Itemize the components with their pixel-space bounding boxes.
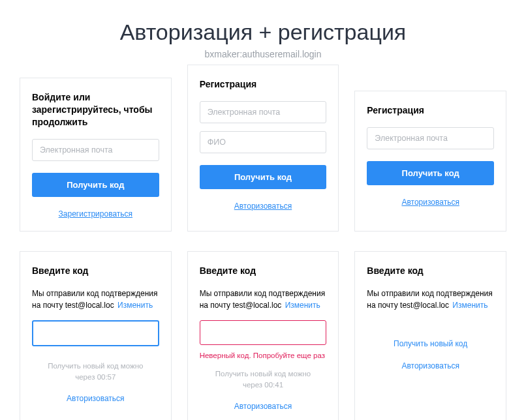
- register-card-title: Регистрация: [367, 104, 494, 117]
- register-link[interactable]: Зарегистрироваться: [59, 209, 132, 218]
- page-title: Авторизация + регистрация: [0, 20, 526, 45]
- code-card-title: Введите код: [32, 265, 159, 277]
- fio-field[interactable]: [200, 131, 327, 153]
- code-card-title: Введите код: [367, 265, 494, 277]
- get-code-button[interactable]: Получить код: [32, 173, 159, 197]
- code-description: Мы отправили код подтверждения на почту …: [367, 288, 494, 311]
- change-email-link[interactable]: Изменить: [285, 301, 320, 310]
- change-email-link[interactable]: Изменить: [117, 301, 153, 310]
- authorize-link[interactable]: Авторизоваться: [401, 361, 459, 370]
- timer-line1: Получить новый код можно: [48, 362, 143, 370]
- error-message: Неверный код. Попробуйте еще раз: [200, 352, 327, 359]
- register-simple-card: Регистрация Получить код Авторизоваться: [354, 91, 506, 232]
- email-field[interactable]: [200, 101, 327, 123]
- desc-email: test@local.loc: [65, 301, 114, 310]
- code-field[interactable]: [32, 320, 159, 346]
- timer-line1: Получить новый код можно: [215, 370, 311, 378]
- get-code-button[interactable]: Получить код: [367, 161, 494, 185]
- email-field[interactable]: [32, 139, 159, 161]
- page-subtitle: bxmaker:authuseremail.login: [0, 49, 526, 59]
- authorize-link[interactable]: Авторизоваться: [234, 202, 292, 211]
- resend-timer: Получить новый код можно через 00:57: [32, 361, 159, 383]
- timer-line2: через 00:57: [75, 373, 116, 381]
- desc-email: test@local.loc: [400, 301, 449, 310]
- get-code-button[interactable]: Получить код: [200, 165, 327, 189]
- desc-email: test@local.loc: [232, 301, 281, 310]
- code-card-title: Введите код: [200, 265, 327, 277]
- resend-code-link[interactable]: Получить новый код: [394, 339, 467, 348]
- authorize-link[interactable]: Авторизоваться: [234, 402, 292, 411]
- code-entry-error-card: Введите код Мы отправили код подтвержден…: [187, 251, 339, 420]
- timer-line2: через 00:41: [243, 381, 283, 389]
- register-card-title: Регистрация: [200, 78, 327, 91]
- login-card: Войдите или зарегистрируйтесь, чтобы про…: [20, 78, 172, 232]
- code-field[interactable]: [200, 320, 327, 345]
- code-description: Мы отправили код подтверждения на почту …: [32, 288, 159, 311]
- code-entry-resend-card: Введите код Мы отправили код подтвержден…: [354, 251, 506, 420]
- register-full-card: Регистрация Получить код Авторизоваться: [187, 65, 339, 232]
- resend-timer: Получить новый код можно через 00:41: [200, 368, 327, 391]
- change-email-link[interactable]: Изменить: [452, 301, 487, 310]
- code-description: Мы отправили код подтверждения на почту …: [200, 288, 327, 311]
- email-field[interactable]: [367, 127, 494, 149]
- login-card-title: Войдите или зарегистрируйтесь, чтобы про…: [32, 91, 159, 128]
- authorize-link[interactable]: Авторизоваться: [401, 198, 459, 207]
- authorize-link[interactable]: Авторизоваться: [67, 394, 124, 403]
- code-entry-card: Введите код Мы отправили код подтвержден…: [20, 251, 172, 420]
